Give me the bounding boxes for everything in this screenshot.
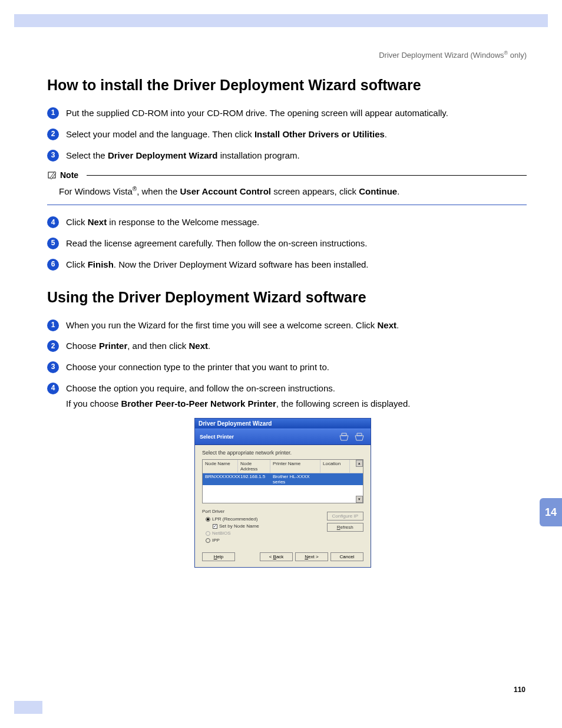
dialog-subtitle: Select Printer [200,434,234,440]
radio-netbios[interactable]: NetBIOS [206,530,259,537]
radio-ipp[interactable]: IPP [206,537,259,544]
scroll-down-button[interactable]: ▾ [356,496,363,503]
column-header[interactable]: Printer Name [270,460,320,473]
column-header[interactable]: Location [320,460,350,473]
next-button[interactable]: Next > [295,552,328,561]
step-5: 5Read the license agreement carefully. T… [47,237,527,250]
step-marker: 4 [47,216,59,228]
step-3: 3Select the Driver Deployment Wizard ins… [47,149,527,162]
scroll-up-button[interactable]: ▴ [356,460,363,467]
step-1: 1Put the supplied CD-ROM into your CD-RO… [47,107,527,120]
cell [320,473,350,485]
step-marker: 3 [47,150,59,162]
chapter-tab: 14 [540,498,562,526]
cell: 192.168.1.5 [238,473,270,485]
step-text: When you run the Wizard for the first ti… [66,319,527,332]
step-marker: 1 [47,319,59,331]
step-text: Select your model and the language. Then… [66,128,527,141]
dialog-titlebar: Driver Deployment Wizard [195,419,371,429]
printer-icons [338,431,366,442]
page-header: Driver Deployment Wizard (Windows® only) [379,50,527,60]
refresh-button[interactable]: Refresh [327,523,363,532]
dialog-instruction: Select the appropriate network printer. [202,450,363,456]
note-rule [87,175,527,176]
header-pre: Driver Deployment Wizard (Windows [379,51,504,60]
step-text: Choose Printer, and then click Next. [66,340,527,353]
step-marker: 2 [47,129,59,140]
step-marker: 1 [47,107,59,119]
step-1: 1When you run the Wizard for the first t… [47,319,527,332]
step-text: Click Next in response to the Welcome me… [66,216,527,229]
screenshot-dialog: Driver Deployment Wizard Select Printer … [194,418,371,568]
step-text: Put the supplied CD-ROM into your CD-ROM… [66,107,527,120]
step-text: Select the Driver Deployment Wizard inst… [66,149,527,162]
note-label: Note [47,170,78,180]
cancel-button[interactable]: Cancel [330,552,363,561]
step-2: 2Choose Printer, and then click Next. [47,340,527,353]
step-3: 3Choose your connection type to the prin… [47,361,527,374]
step-text: Click Finish. Now the Driver Deployment … [66,258,527,271]
back-button[interactable]: < Back [260,552,293,561]
step-marker: 6 [47,259,59,271]
step-marker: 5 [47,238,59,249]
header-post: only) [508,51,527,60]
step-marker: 3 [47,361,59,373]
bottom-accent [14,701,42,714]
top-band [14,14,548,27]
page-content: How to install the Driver Deployment Wiz… [47,77,527,568]
section1-title: How to install the Driver Deployment Wiz… [47,77,527,94]
dialog-subtitle-bar: Select Printer [195,429,371,445]
printer-icon [353,431,366,442]
configure-ip-button[interactable]: Configure IP [327,512,363,521]
pencil-icon [47,170,58,180]
step-4: 4Click Next in response to the Welcome m… [47,216,527,229]
port-driver-label: Port Driver [202,508,259,515]
column-header[interactable]: Node Name [203,460,238,473]
printer-row-selected[interactable]: BRNXXXXXXXX192.168.1.5Brother HL-XXXX se… [203,473,363,485]
cell: BRNXXXXXXXX [203,473,238,485]
radio-lpr[interactable]: LPR (Recommended) [206,516,259,523]
page-number: 110 [514,686,525,694]
step4-continuation: If you choose Brother Peer-to-Peer Netwo… [66,397,527,410]
step-marker: 2 [47,340,59,352]
step-marker: 4 [47,383,59,394]
printer-icon [338,431,351,442]
checkbox-set-by-node-name[interactable]: ✓Set by Node Name [213,523,259,530]
section2-title: Using the Driver Deployment Wizard softw… [47,289,527,306]
port-driver-group: Port Driver LPR (Recommended) ✓Set by No… [202,508,259,544]
column-header[interactable]: Node Address [238,460,270,473]
step-text: Read the license agreement carefully. Th… [66,237,527,250]
step-2: 2Select your model and the language. The… [47,128,527,141]
note-block: Note For Windows Vista®, when the User A… [47,170,527,205]
step-text: Choose your connection type to the print… [66,361,527,374]
printer-list[interactable]: Node NameNode AddressPrinter NameLocatio… [202,459,363,503]
step-4: 4Choose the option you require, and foll… [47,382,527,395]
cell: Brother HL-XXXX series [270,473,320,485]
help-button[interactable]: Help [202,552,235,561]
step-6: 6Click Finish. Now the Driver Deployment… [47,258,527,271]
step-text: Choose the option you require, and follo… [66,382,527,395]
note-label-text: Note [60,170,78,180]
note-body: For Windows Vista®, when the User Accoun… [47,183,527,205]
